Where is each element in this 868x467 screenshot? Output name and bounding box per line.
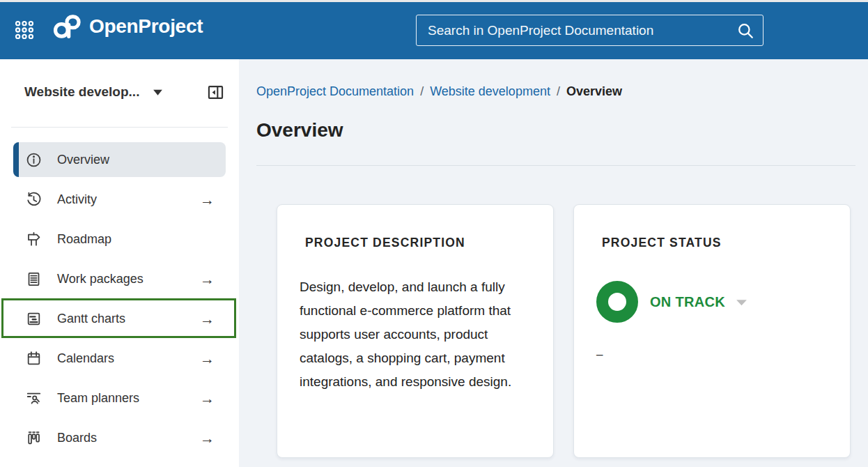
info-icon	[25, 151, 42, 169]
project-sidebar: Website develop... OverviewActivity→Road…	[0, 59, 239, 467]
sidebar-item-work-packages[interactable]: Work packages→	[13, 261, 226, 296]
sidebar-item-label: Roadmap	[57, 232, 111, 247]
openproject-app: OpenProject Website develop...	[0, 0, 868, 467]
sidebar-item-activity[interactable]: Activity→	[13, 182, 226, 217]
arrow-right-icon: →	[200, 431, 215, 445]
sidebar-item-boards[interactable]: Boards→	[13, 420, 226, 455]
project-status-card: PROJECT STATUS ON TRACK –	[573, 204, 851, 458]
status-caret-down-icon[interactable]	[735, 298, 748, 307]
openproject-logo[interactable]: OpenProject	[53, 14, 203, 39]
sidebar-item-label: Calendars	[57, 351, 114, 366]
content-divider	[256, 165, 855, 166]
sidebar-item-roadmap[interactable]: Roadmap	[13, 222, 226, 257]
status-label: ON TRACK	[650, 294, 725, 310]
project-description-card: PROJECT DESCRIPTION Design, develop, and…	[277, 204, 554, 458]
project-description-title: PROJECT DESCRIPTION	[305, 236, 531, 250]
arrow-right-icon: →	[200, 192, 215, 207]
kanban-icon	[25, 429, 42, 447]
collapse-sidebar-icon[interactable]	[206, 83, 225, 102]
search-input[interactable]	[428, 23, 736, 38]
sidebar-item-calendars[interactable]: Calendars→	[13, 341, 226, 376]
breadcrumb-link[interactable]: OpenProject Documentation	[256, 84, 414, 99]
project-status-title: PROJECT STATUS	[602, 236, 828, 250]
gantt-icon	[25, 310, 42, 328]
breadcrumb-separator: /	[557, 84, 560, 99]
project-selector: Website develop...	[24, 80, 225, 104]
sidebar-item-label: Boards	[57, 431, 97, 445]
logo-wordmark: OpenProject	[89, 15, 203, 38]
sidebar-divider	[11, 127, 228, 128]
sidebar-item-label: Activity	[57, 192, 97, 207]
main-content: OpenProject Documentation/Website develo…	[239, 59, 868, 467]
sidebar-item-overview[interactable]: Overview	[13, 142, 226, 177]
search-icon[interactable]	[736, 22, 754, 40]
sidebar-item-label: Team planners	[57, 391, 139, 406]
sidebar-item-label: Gantt charts	[57, 312, 125, 326]
top-header: OpenProject	[0, 0, 868, 59]
signpost-icon	[25, 231, 42, 248]
window-edge	[0, 0, 868, 2]
modules-grid-icon[interactable]	[14, 20, 35, 40]
project-description-text: Design, develop, and launch a fully func…	[300, 275, 531, 394]
status-description-placeholder: –	[596, 348, 828, 362]
sidebar-item-label: Work packages	[57, 272, 144, 286]
sidebar-item-gantt-charts[interactable]: Gantt charts→	[13, 301, 226, 336]
sidebar-menu: OverviewActivity→RoadmapWork packages→Ga…	[13, 142, 226, 460]
document-icon	[25, 270, 42, 288]
arrow-right-icon: →	[200, 351, 215, 366]
page-title: Overview	[256, 119, 343, 141]
project-status-selector[interactable]: ON TRACK	[596, 281, 828, 323]
breadcrumb-separator: /	[420, 84, 424, 99]
calendar-icon	[25, 350, 42, 367]
sidebar-item-team-planners[interactable]: Team planners→	[13, 381, 226, 415]
selected-accent-bar	[13, 142, 19, 177]
breadcrumb: OpenProject Documentation/Website develo…	[256, 84, 622, 99]
history-icon	[25, 191, 42, 208]
global-search[interactable]	[416, 15, 764, 46]
project-title[interactable]: Website develop...	[24, 84, 139, 100]
status-on-track-icon	[596, 281, 638, 323]
breadcrumb-current: Overview	[566, 84, 622, 99]
chevron-down-icon[interactable]	[152, 87, 164, 97]
openproject-logo-icon	[53, 14, 81, 39]
breadcrumb-link[interactable]: Website development	[430, 84, 550, 99]
team-icon	[25, 390, 42, 407]
arrow-right-icon: →	[200, 272, 215, 286]
arrow-right-icon: →	[200, 312, 215, 326]
arrow-right-icon: →	[200, 391, 215, 406]
sidebar-item-label: Overview	[57, 153, 109, 167]
